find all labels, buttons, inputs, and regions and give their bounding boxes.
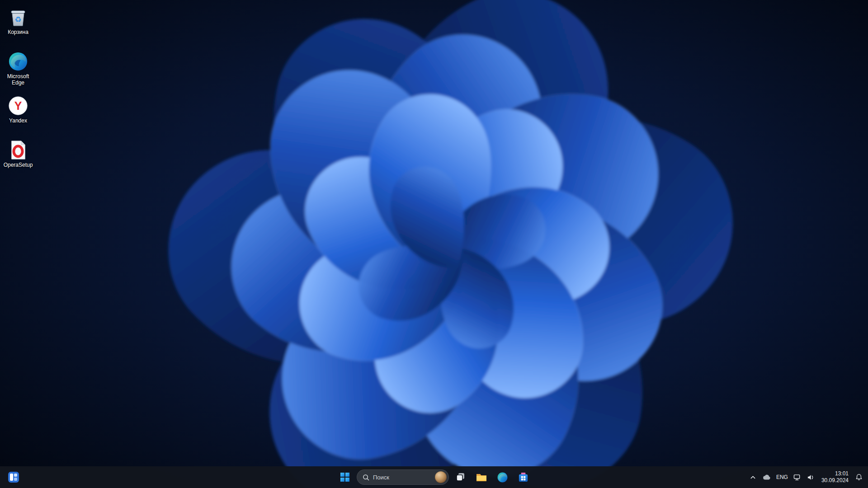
- edge-taskbar-button[interactable]: [493, 468, 511, 486]
- start-button[interactable]: [336, 468, 354, 486]
- microsoft-store-button[interactable]: [514, 468, 532, 486]
- task-view-button[interactable]: [452, 468, 470, 486]
- onedrive-tray-button[interactable]: [760, 468, 773, 486]
- search-icon: [363, 474, 369, 481]
- language-label: ENG: [776, 474, 788, 480]
- clock[interactable]: 13:01 30.09.2024: [818, 468, 852, 486]
- svg-text:♻: ♻: [14, 15, 21, 24]
- desktop-icon-recycle-bin[interactable]: ♻ Корзина: [1, 6, 35, 36]
- windows-logo-icon: [340, 472, 350, 483]
- search-highlight-image[interactable]: [435, 471, 447, 483]
- desktop-icon-yandex[interactable]: Y Yandex: [1, 95, 35, 124]
- file-explorer-button[interactable]: [472, 468, 491, 486]
- search-box[interactable]: [357, 469, 449, 485]
- edge-icon: [7, 51, 29, 72]
- language-indicator[interactable]: ENG: [774, 468, 790, 486]
- taskbar: ENG 13:01 30.09.2024: [0, 466, 868, 488]
- desktop-icon-label: Yandex: [9, 118, 27, 124]
- search-input[interactable]: [373, 474, 425, 481]
- network-icon: [793, 474, 801, 481]
- wallpaper: [0, 0, 868, 488]
- desktop-icon-label: Microsoft Edge: [1, 74, 35, 86]
- file-explorer-icon: [476, 471, 487, 483]
- yandex-icon: Y: [7, 95, 29, 117]
- widgets-icon: [8, 471, 19, 483]
- date-label: 30.09.2024: [821, 477, 849, 484]
- hidden-icons-chevron-button[interactable]: [747, 468, 760, 486]
- svg-text:Y: Y: [14, 99, 22, 112]
- network-button[interactable]: [791, 468, 804, 486]
- volume-button[interactable]: [805, 468, 817, 486]
- chevron-up-icon: [750, 474, 756, 480]
- desktop-screen: ♻ Корзина Microsoft Edge: [0, 0, 868, 488]
- opera-setup-icon: [7, 139, 29, 161]
- time-label: 13:01: [835, 470, 849, 477]
- notification-center-button[interactable]: [853, 468, 865, 486]
- widgets-button[interactable]: [5, 468, 23, 486]
- desktop-icon-opera-setup[interactable]: OperaSetup: [1, 139, 35, 169]
- desktop-icon-microsoft-edge[interactable]: Microsoft Edge: [1, 51, 35, 86]
- notification-bell-icon: [855, 474, 863, 481]
- recycle-bin-icon: ♻: [7, 6, 29, 28]
- task-view-icon: [455, 472, 466, 483]
- desktop-icon-label: OperaSetup: [4, 162, 33, 169]
- edge-icon: [497, 472, 508, 483]
- microsoft-store-icon: [518, 472, 529, 483]
- desktop-icon-label: Корзина: [8, 29, 28, 36]
- cloud-icon: [763, 474, 771, 480]
- speaker-icon: [807, 474, 815, 481]
